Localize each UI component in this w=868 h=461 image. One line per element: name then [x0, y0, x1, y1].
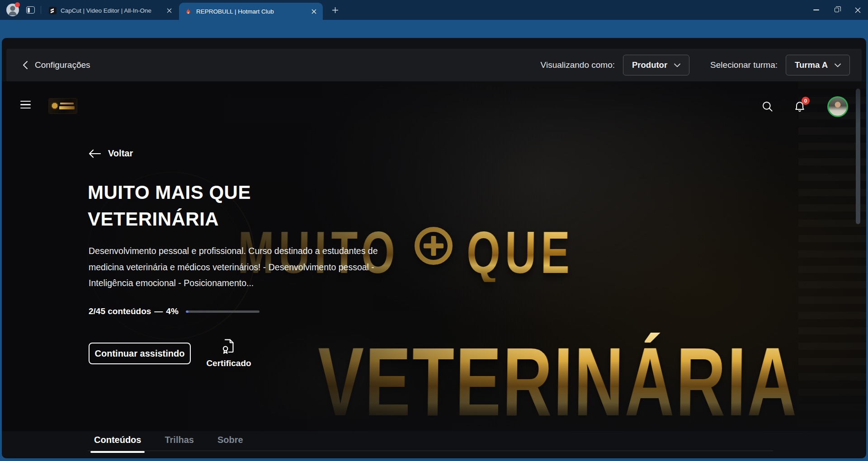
continue-watching-button[interactable]: Continuar assistindo — [89, 343, 191, 364]
browser-profile-avatar[interactable] — [6, 4, 19, 16]
tab-close-icon[interactable] — [310, 8, 317, 15]
progress-percent: 4% — [166, 306, 178, 316]
search-icon[interactable] — [761, 100, 774, 113]
voltar-label: Voltar — [108, 148, 133, 159]
notification-count-badge: 0 — [802, 97, 810, 105]
configuracoes-back-button[interactable]: Configurações — [23, 60, 90, 70]
tab-conteudos[interactable]: Conteúdos — [94, 435, 141, 445]
certificate-button[interactable]: Certificado — [201, 338, 257, 368]
restore-button[interactable] — [826, 0, 847, 20]
progress-row: 2/45 conteúdos — 4% — [89, 306, 259, 316]
turma-select[interactable]: Turma A — [786, 55, 850, 75]
arrow-left-icon — [89, 149, 101, 158]
viewing-as-label: Visualizando como: — [541, 60, 615, 70]
certificate-icon — [221, 338, 237, 355]
tabs-divider — [88, 451, 773, 451]
profile-notification-dot — [15, 2, 20, 7]
turma-label: Selecionar turma: — [710, 60, 778, 70]
chevron-left-icon — [23, 61, 28, 70]
tab-close-icon[interactable] — [165, 7, 173, 14]
window-controls — [806, 0, 868, 20]
progress-bar — [186, 310, 259, 313]
browser-window: CapCut | Video Editor | All-In-One REPRO… — [0, 0, 868, 461]
browser-toolbar: https://hotmart.com/pt-br/club/reprobull… — [0, 20, 868, 38]
configuracoes-label: Configurações — [35, 60, 90, 70]
course-title: MUITO MAIS QUE VETERINÁRIA — [88, 179, 314, 232]
new-tab-button[interactable] — [330, 5, 340, 15]
menu-hamburger-icon[interactable] — [20, 101, 31, 108]
close-button[interactable] — [847, 0, 868, 20]
course-tabs: Conteúdos Trilhas Sobre — [94, 429, 243, 450]
turma-value: Turma A — [795, 60, 828, 70]
browser-tab-hotmart[interactable]: REPROBULL | Hotmart Club — [179, 3, 323, 20]
hotmart-flame-favicon — [184, 8, 192, 15]
chevron-down-icon — [835, 63, 841, 67]
minimize-button[interactable] — [806, 0, 826, 20]
browser-titlebar: CapCut | Video Editor | All-In-One REPRO… — [0, 0, 868, 20]
settings-bar: Configurações Visualizando como: Produto… — [6, 49, 862, 81]
course-hero: MUITO QUE VETERINÁRIA 0 — [2, 81, 866, 431]
tab-trilhas[interactable]: Trilhas — [165, 435, 193, 445]
user-avatar[interactable] — [827, 96, 848, 117]
tabbar-divider — [41, 6, 41, 14]
capcut-favicon — [49, 7, 57, 14]
tab-sobre[interactable]: Sobre — [217, 435, 243, 445]
tab-title: REPROBULL | Hotmart Club — [196, 8, 307, 15]
tab-title: CapCut | Video Editor | All-In-One — [61, 7, 162, 14]
profile-person-icon — [10, 6, 15, 11]
notifications-bell-icon[interactable]: 0 — [793, 100, 806, 113]
viewing-as-value: Produtor — [632, 60, 667, 70]
club-logo[interactable] — [49, 99, 77, 113]
progress-label: 2/45 conteúdos — [89, 306, 151, 316]
viewing-as-select[interactable]: Produtor — [623, 55, 689, 75]
course-description: Desenvolvimento pessoal e profissional. … — [89, 243, 380, 292]
certificate-label: Certificado — [206, 358, 251, 368]
web-content: Configurações Visualizando como: Produto… — [2, 38, 866, 458]
progress-fill — [186, 310, 189, 313]
browser-tab-capcut[interactable]: CapCut | Video Editor | All-In-One — [44, 3, 177, 18]
chevron-down-icon — [674, 63, 680, 67]
voltar-back-button[interactable]: Voltar — [89, 148, 133, 159]
tab-search-icon[interactable] — [26, 6, 35, 14]
